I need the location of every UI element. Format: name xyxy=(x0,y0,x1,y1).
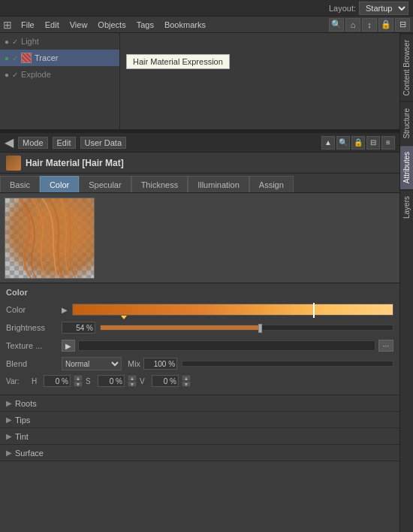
mat-toolbar-icons: ▲ 🔍 🔒 ⊟ ≡ xyxy=(321,136,395,150)
tint-arrow-icon: ▶ xyxy=(6,432,12,440)
menu-icon-group: ⊞ xyxy=(3,19,12,31)
menu-view[interactable]: View xyxy=(65,19,92,31)
scene-tree: ● ✓ Light ● ✓ Tracer ● ✓ xyxy=(0,33,120,129)
toolbar-search-icon[interactable]: 🔍 xyxy=(336,136,350,150)
mix-slider-track[interactable] xyxy=(182,361,393,367)
brightness-slider-fill xyxy=(101,325,258,330)
toolbar-userdata-btn[interactable]: User Data xyxy=(80,137,127,149)
explode-label: Explode xyxy=(21,70,51,79)
texture-label: Texture ... xyxy=(6,341,59,350)
left-content: ● ✓ Light ● ✓ Tracer ● ✓ xyxy=(0,33,399,532)
toolbar-mode-btn[interactable]: Mode xyxy=(18,137,48,149)
var-row: Var: H ▲ ▼ S ▲ ▼ V xyxy=(6,373,393,388)
texture-row: Texture ... ▶ ··· xyxy=(6,337,393,354)
menu-objects[interactable]: Objects xyxy=(93,19,130,31)
tint-section[interactable]: ▶ Tint xyxy=(0,428,399,445)
color-prop-row: Color ▶ xyxy=(6,301,393,318)
toolbar-menu-icon[interactable]: ≡ xyxy=(381,136,395,150)
menu-tags[interactable]: Tags xyxy=(132,19,158,31)
color-section: Color Color ▶ Brightness xyxy=(0,283,399,395)
expand-icon[interactable]: ⊟ xyxy=(395,18,410,32)
color-section-title: Color xyxy=(6,288,393,297)
roots-section[interactable]: ▶ Roots xyxy=(0,395,399,412)
mix-input[interactable] xyxy=(143,358,177,370)
tab-specular[interactable]: Specular xyxy=(79,176,131,192)
tab-thickness[interactable]: Thickness xyxy=(131,176,188,192)
tooltip-text: Hair Material Expression xyxy=(133,57,223,66)
top-bar: Layout: Startup xyxy=(0,0,413,17)
hair-strands-svg xyxy=(5,198,94,278)
var-s-label: S xyxy=(86,377,95,385)
tab-basic[interactable]: Basic xyxy=(0,176,40,192)
surface-section[interactable]: ▶ Surface xyxy=(0,445,399,461)
var-h-input[interactable] xyxy=(44,375,71,387)
brightness-slider-thumb xyxy=(258,324,262,333)
var-h-down-btn[interactable]: ▼ xyxy=(74,381,83,387)
right-tab-layers[interactable]: Layers xyxy=(400,189,413,225)
var-s-down-btn[interactable]: ▼ xyxy=(128,381,137,387)
tracer-dot: ● xyxy=(5,54,9,62)
tab-assign[interactable]: Assign xyxy=(249,176,294,192)
toolbar-edit-btn[interactable]: Edit xyxy=(53,137,76,149)
surface-arrow-icon: ▶ xyxy=(6,449,12,457)
right-tab-structure[interactable]: Structure xyxy=(400,101,413,145)
search-icon[interactable]: 🔍 xyxy=(329,18,344,32)
scene-item-explode[interactable]: ● ✓ Explode xyxy=(0,66,119,83)
brightness-slider-track[interactable] xyxy=(100,325,393,331)
var-v-input[interactable] xyxy=(152,375,179,387)
right-tab-content-browser[interactable]: Content Browser xyxy=(400,33,413,101)
hair-preview[interactable] xyxy=(5,198,95,279)
var-v-up-btn[interactable]: ▲ xyxy=(182,375,191,381)
scene-item-tracer[interactable]: ● ✓ Tracer xyxy=(0,50,119,66)
menu-file[interactable]: File xyxy=(17,19,39,31)
tabs-row: Basic Color Specular Thickness Illuminat… xyxy=(0,174,399,193)
tracer-check: ✓ xyxy=(12,54,18,62)
lock-icon[interactable]: 🔒 xyxy=(378,18,393,32)
brightness-input[interactable] xyxy=(62,322,95,334)
blend-select[interactable]: Normal xyxy=(62,357,122,370)
mix-label: Mix xyxy=(128,359,140,368)
mat-panel: ◀ Mode Edit User Data ▲ 🔍 🔒 ⊟ ≡ Hair xyxy=(0,133,399,532)
menu-edit[interactable]: Edit xyxy=(41,19,64,31)
texture-expand-btn[interactable]: ▶ xyxy=(62,340,75,352)
tracer-texture-icon xyxy=(21,53,32,63)
color-expand-icon[interactable]: ▶ xyxy=(62,306,68,314)
light-check-gray: ✓ xyxy=(12,38,18,46)
var-s-input[interactable] xyxy=(98,375,125,387)
toolbar-up-arrow-icon[interactable]: ▲ xyxy=(321,136,335,150)
light-label: Light xyxy=(21,37,39,46)
preview-area xyxy=(0,193,399,283)
explode-dot: ● xyxy=(5,71,9,79)
color-gradient-slider[interactable] xyxy=(72,304,393,316)
menu-bookmarks[interactable]: Bookmarks xyxy=(160,19,210,31)
var-v-down-btn[interactable]: ▼ xyxy=(182,381,191,387)
var-h-up-btn[interactable]: ▲ xyxy=(74,375,83,381)
tips-section[interactable]: ▶ Tips xyxy=(0,412,399,428)
var-h-stepper: ▲ ▼ xyxy=(74,375,83,387)
texture-more-btn[interactable]: ··· xyxy=(378,340,393,352)
layout-select[interactable]: Startup xyxy=(359,2,408,15)
var-h-label: H xyxy=(32,377,41,385)
arrow-icon[interactable]: ↕ xyxy=(362,18,377,32)
tab-illumination[interactable]: Illumination xyxy=(188,176,249,192)
var-s-up-btn[interactable]: ▲ xyxy=(128,375,137,381)
color-label: Color xyxy=(6,305,59,314)
toolbar-lock-icon[interactable]: 🔒 xyxy=(351,136,365,150)
brightness-row: Brightness xyxy=(6,319,393,336)
texture-track[interactable] xyxy=(78,340,375,351)
right-tab-attributes[interactable]: Attributes xyxy=(400,145,413,189)
tips-label: Tips xyxy=(15,416,30,425)
toolbar-expand-icon[interactable]: ⊟ xyxy=(366,136,380,150)
main-wrapper: Layout: Startup ⊞ File Edit View Objects… xyxy=(0,0,413,532)
light-dot: ● xyxy=(5,38,9,46)
menu-icons: 🔍 ⌂ ↕ 🔒 ⊟ xyxy=(329,18,410,32)
tips-arrow-icon: ▶ xyxy=(6,416,12,424)
toolbar-back-arrow[interactable]: ◀ xyxy=(5,135,14,150)
brightness-label: Brightness xyxy=(6,323,59,332)
scene-item-light[interactable]: ● ✓ Light xyxy=(0,33,119,50)
content-area: ● ✓ Light ● ✓ Tracer ● ✓ xyxy=(0,33,413,532)
tab-color[interactable]: Color xyxy=(40,176,79,192)
roots-arrow-icon: ▶ xyxy=(6,399,12,407)
hair-material-tooltip: Hair Material Expression xyxy=(126,54,230,69)
home-icon[interactable]: ⌂ xyxy=(345,18,360,32)
